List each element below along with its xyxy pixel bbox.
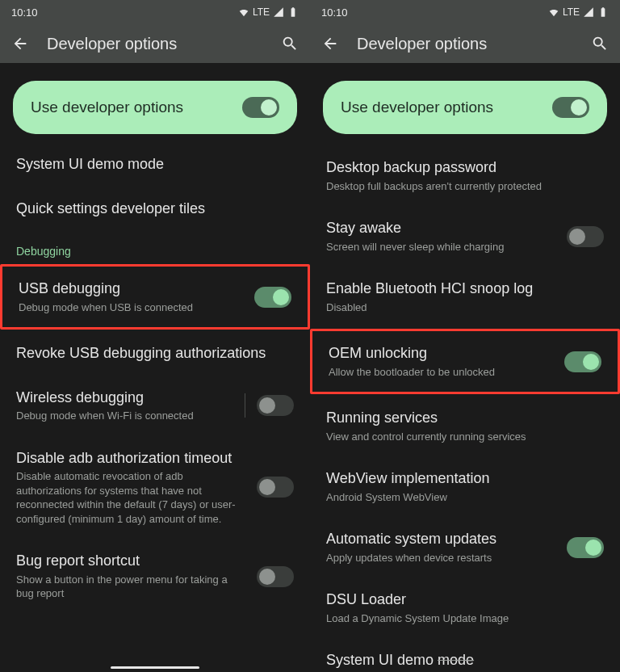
oem-unlocking-toggle[interactable]: [564, 351, 601, 372]
row-stay-awake[interactable]: Stay awake Screen will never sleep while…: [310, 206, 620, 267]
phone-right: 10:10 LTE Developer options Use develope…: [310, 0, 620, 672]
row-title: Stay awake: [326, 219, 555, 237]
row-quick-settings-tiles[interactable]: Quick settings developer tiles: [0, 187, 310, 231]
row-sub: Android System WebView: [326, 490, 604, 505]
row-auto-system-updates[interactable]: Automatic system updates Apply updates w…: [310, 517, 620, 578]
auto-updates-toggle[interactable]: [567, 537, 604, 558]
app-bar: Developer options: [310, 24, 620, 63]
hero-label: Use developer options: [31, 99, 183, 116]
row-title: Automatic system updates: [326, 530, 555, 548]
status-net: LTE: [253, 6, 270, 18]
row-title: Bug report shortcut: [16, 552, 245, 570]
phone-left: 10:10 LTE Developer options Use develope…: [0, 0, 310, 672]
row-sub: Load a Dynamic System Update Image: [326, 611, 604, 626]
row-sub: Desktop full backups aren't currently pr…: [326, 179, 604, 194]
row-oem-unlocking[interactable]: OEM unlocking Allow the bootloader to be…: [310, 329, 620, 394]
row-title: WebView implementation: [326, 469, 604, 488]
hero-toggle-row[interactable]: Use developer options: [323, 81, 607, 134]
adb-timeout-toggle[interactable]: [257, 477, 294, 498]
row-revoke-usb[interactable]: Revoke USB debugging authorizations: [0, 331, 310, 376]
row-wireless-debugging[interactable]: Wireless debugging Debug mode when Wi-Fi…: [0, 376, 310, 436]
row-title: Wireless debugging: [16, 388, 233, 407]
row-sub: Debug mode when Wi-Fi is connected: [16, 409, 233, 423]
home-indicator[interactable]: [111, 666, 199, 669]
row-sub: Disabled: [326, 300, 604, 315]
row-title: Quick settings developer tiles: [16, 200, 294, 218]
status-time: 10:10: [11, 6, 38, 19]
row-sub: Show a button in the power menu for taki…: [16, 573, 245, 601]
row-bug-report-shortcut[interactable]: Bug report shortcut Show a button in the…: [0, 539, 310, 604]
row-dsu-loader[interactable]: DSU Loader Load a Dynamic System Update …: [310, 578, 620, 638]
page-title: Developer options: [47, 35, 263, 53]
row-usb-debugging[interactable]: USB debugging Debug mode when USB is con…: [0, 264, 310, 330]
row-title: Enable Bluetooth HCI snoop log: [326, 279, 604, 298]
row-title: DSU Loader: [326, 590, 604, 609]
battery-icon: [287, 6, 299, 18]
developer-options-toggle[interactable]: [242, 97, 279, 118]
row-disable-adb-timeout[interactable]: Disable adb authorization timeout Disabl…: [0, 436, 310, 540]
row-desktop-backup[interactable]: Desktop backup password Desktop full bac…: [310, 142, 620, 206]
row-title: System UI demo mode: [16, 155, 294, 174]
row-title: USB debugging: [19, 279, 243, 298]
search-icon[interactable]: [591, 35, 609, 52]
signal-icon: [583, 6, 594, 18]
section-debugging: Debugging: [0, 230, 310, 262]
row-sub: Allow the bootloader to be unlocked: [329, 365, 553, 380]
status-net: LTE: [563, 6, 580, 18]
back-icon[interactable]: [11, 35, 29, 52]
back-icon[interactable]: [321, 35, 339, 52]
row-title: System UI demo mode: [326, 651, 604, 670]
settings-list: Use developer options System UI demo mod…: [0, 81, 310, 612]
hero-toggle-row[interactable]: Use developer options: [13, 81, 297, 134]
row-title: Desktop backup password: [326, 158, 604, 177]
status-bar: 10:10 LTE: [310, 0, 620, 24]
row-bt-hci-snoop[interactable]: Enable Bluetooth HCI snoop log Disabled: [310, 267, 620, 327]
divider: [245, 393, 245, 418]
row-title: Disable adb authorization timeout: [16, 449, 245, 468]
row-system-ui-demo-cut[interactable]: System UI demo mode: [310, 638, 620, 670]
search-icon[interactable]: [281, 35, 299, 52]
bug-report-toggle[interactable]: [257, 566, 294, 587]
settings-list: Use developer options Desktop backup pas…: [310, 81, 620, 672]
row-sub: Debug mode when USB is connected: [19, 300, 243, 315]
row-sub: Apply updates when device restarts: [326, 551, 555, 565]
wireless-debugging-toggle[interactable]: [257, 395, 294, 416]
row-title: Running services: [326, 409, 604, 427]
wifi-icon: [548, 6, 559, 18]
battery-icon: [597, 6, 609, 18]
status-bar: 10:10 LTE: [0, 0, 310, 24]
wifi-icon: [238, 6, 249, 18]
row-sub: View and control currently running servi…: [326, 430, 604, 444]
row-sub: Screen will never sleep while charging: [326, 240, 555, 254]
row-title: Revoke USB debugging authorizations: [16, 344, 294, 363]
stay-awake-toggle[interactable]: [567, 226, 604, 247]
signal-icon: [273, 6, 284, 18]
row-sub: Disable automatic revocation of adb auth…: [16, 469, 245, 526]
row-running-services[interactable]: Running services View and control curren…: [310, 396, 620, 456]
app-bar: Developer options: [0, 24, 310, 63]
row-webview-impl[interactable]: WebView implementation Android System We…: [310, 456, 620, 517]
row-title: OEM unlocking: [329, 344, 553, 363]
usb-debugging-toggle[interactable]: [254, 287, 291, 308]
row-system-ui-demo[interactable]: System UI demo mode: [0, 142, 310, 187]
status-icons: LTE: [548, 6, 609, 18]
status-time: 10:10: [321, 6, 348, 19]
developer-options-toggle[interactable]: [552, 97, 589, 118]
status-icons: LTE: [238, 6, 299, 18]
page-title: Developer options: [357, 35, 573, 53]
hero-label: Use developer options: [341, 99, 493, 116]
